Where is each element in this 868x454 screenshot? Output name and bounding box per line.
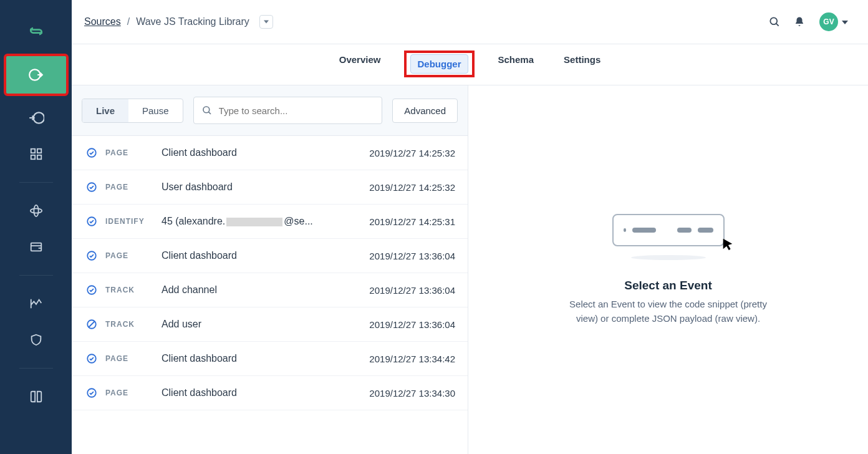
sidebar-item-destinations[interactable]	[0, 100, 72, 136]
divider	[19, 368, 53, 369]
main: Sources / Wave JS Tracking Library GV Ov…	[72, 0, 868, 454]
event-row[interactable]: PAGEClient dashboard2019/12/27 13:34:30	[72, 376, 468, 410]
event-timestamp: 2019/12/27 14:25:31	[369, 216, 455, 227]
event-timestamp: 2019/12/27 13:36:04	[369, 319, 455, 330]
empty-state-description: Select an Event to view the code snippet…	[569, 297, 768, 326]
event-title: Add user	[162, 319, 369, 330]
svg-point-9	[770, 17, 777, 24]
bell-icon[interactable]	[787, 16, 812, 27]
svg-rect-2	[31, 149, 34, 153]
content: Live Pause Advanced PAGEClient dashboard…	[72, 85, 868, 454]
event-type: TRACK	[105, 286, 162, 294]
event-type: TRACK	[105, 320, 162, 329]
breadcrumb-separator: /	[127, 16, 130, 27]
event-timestamp: 2019/12/27 13:36:04	[369, 251, 455, 261]
event-timestamp: 2019/12/27 13:36:04	[369, 285, 455, 296]
event-type: PAGE	[105, 183, 162, 191]
event-row[interactable]: TRACKAdd channel2019/12/27 13:36:04	[72, 273, 468, 307]
search-field[interactable]	[193, 97, 383, 124]
event-title: Client dashboard	[162, 353, 369, 364]
tab-debugger[interactable]: Debugger	[410, 54, 468, 74]
sidebar-item-sources[interactable]	[5, 55, 67, 95]
breadcrumb-dropdown[interactable]	[259, 15, 273, 29]
chevron-down-icon[interactable]	[842, 16, 848, 27]
event-timestamp: 2019/12/27 13:34:30	[369, 388, 455, 398]
event-timestamp: 2019/12/27 13:34:42	[369, 354, 455, 364]
event-rows: PAGEClient dashboard2019/12/27 14:25:32P…	[72, 136, 468, 454]
cursor-icon	[721, 238, 735, 254]
check-circle-icon	[84, 387, 99, 398]
illustration-shadow	[631, 255, 706, 260]
breadcrumb-current: Wave JS Tracking Library	[136, 16, 249, 27]
event-title: Client dashboard	[162, 250, 369, 261]
divider	[19, 182, 53, 183]
svg-rect-8	[31, 243, 41, 251]
event-row[interactable]: TRACKAdd user2019/12/27 13:36:04	[72, 307, 468, 342]
tab-schema[interactable]: Schema	[492, 51, 541, 77]
avatar[interactable]: GV	[819, 12, 838, 31]
check-circle-icon	[84, 250, 99, 261]
empty-state-illustration	[612, 214, 725, 246]
sidebar-item-catalog[interactable]	[0, 136, 72, 172]
sidebar-item-protocols[interactable]	[0, 193, 72, 229]
svg-rect-5	[37, 155, 41, 159]
sidebar-item-docs[interactable]	[0, 379, 72, 415]
svg-rect-3	[37, 149, 41, 153]
event-timestamp: 2019/12/27 14:25:32	[369, 182, 455, 193]
event-row[interactable]: PAGEClient dashboard2019/12/27 14:25:32	[72, 136, 468, 170]
event-type: IDENTIFY	[105, 217, 162, 226]
event-title: Client dashboard	[162, 387, 369, 398]
blocked-icon	[84, 319, 99, 330]
tab-settings[interactable]: Settings	[557, 51, 607, 77]
event-toolbar: Live Pause Advanced	[72, 85, 468, 136]
check-circle-icon	[84, 181, 99, 193]
check-circle-icon	[84, 216, 99, 227]
logo-icon[interactable]	[0, 12, 72, 50]
live-button[interactable]: Live	[82, 99, 128, 122]
topbar: Sources / Wave JS Tracking Library GV	[72, 0, 868, 44]
event-row[interactable]: PAGEClient dashboard2019/12/27 13:36:04	[72, 239, 468, 273]
event-type: PAGE	[105, 354, 162, 363]
svg-point-7	[34, 205, 38, 216]
search-icon	[201, 105, 213, 116]
pause-button[interactable]: Pause	[128, 99, 183, 122]
tab-debugger-highlight: Debugger	[404, 51, 474, 77]
check-circle-icon	[84, 284, 99, 296]
svg-rect-4	[31, 155, 34, 159]
event-type: PAGE	[105, 389, 162, 397]
event-row[interactable]: PAGEUser dashboard2019/12/27 14:25:32	[72, 170, 468, 205]
sidebar	[0, 0, 72, 454]
check-circle-icon	[84, 353, 99, 364]
event-row[interactable]: PAGEClient dashboard2019/12/27 13:34:42	[72, 342, 468, 376]
sidebar-item-warehouse[interactable]	[0, 229, 72, 265]
event-type: PAGE	[105, 251, 162, 260]
event-type: PAGE	[105, 148, 162, 157]
event-list-panel: Live Pause Advanced PAGEClient dashboard…	[72, 85, 468, 454]
event-title: Add channel	[162, 284, 369, 296]
redacted-segment	[226, 218, 282, 226]
event-title: 45 (alexandre.@se...	[162, 216, 369, 227]
svg-point-10	[203, 107, 210, 113]
tab-overview[interactable]: Overview	[333, 51, 387, 77]
breadcrumb: Sources / Wave JS Tracking Library	[84, 15, 273, 29]
live-pause-segment: Live Pause	[82, 99, 183, 123]
sidebar-item-privacy[interactable]	[0, 322, 72, 358]
event-timestamp: 2019/12/27 14:25:32	[369, 148, 455, 158]
search-icon[interactable]	[762, 16, 787, 28]
sidebar-item-activity[interactable]	[0, 286, 72, 322]
breadcrumb-root[interactable]: Sources	[84, 16, 121, 27]
event-title: User dashboard	[162, 181, 369, 193]
event-title: Client dashboard	[162, 147, 369, 158]
advanced-button[interactable]: Advanced	[392, 99, 458, 123]
svg-point-6	[30, 208, 41, 213]
event-detail-panel: Select an Event Select an Event to view …	[468, 85, 868, 454]
empty-state-title: Select an Event	[624, 279, 711, 292]
search-input[interactable]	[219, 105, 375, 116]
divider	[19, 275, 53, 276]
check-circle-icon	[84, 147, 99, 158]
tabs: Overview Debugger Schema Settings	[72, 44, 868, 85]
event-row[interactable]: IDENTIFY45 (alexandre.@se...2019/12/27 1…	[72, 205, 468, 239]
